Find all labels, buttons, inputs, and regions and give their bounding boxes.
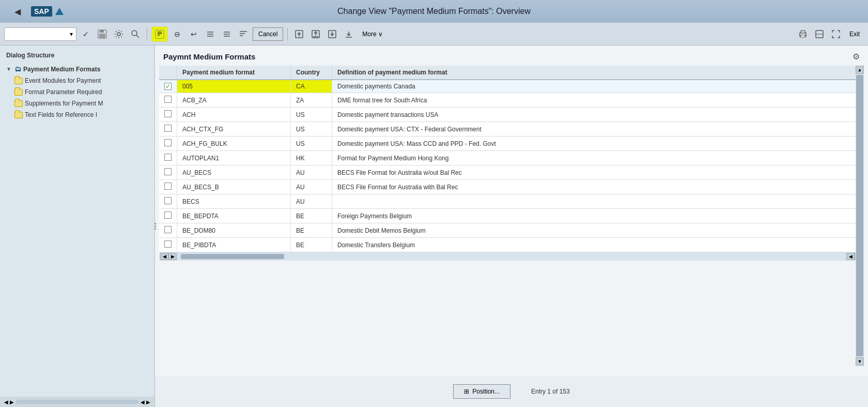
checkbox-unchecked[interactable]: [164, 139, 172, 146]
col-header-format[interactable]: Payment medium format: [177, 66, 291, 80]
row-checkbox-cell[interactable]: [159, 223, 177, 238]
row-checkbox-cell[interactable]: [159, 151, 177, 165]
checkbox-unchecked[interactable]: [164, 183, 172, 190]
more-button[interactable]: More ∨: [358, 27, 386, 41]
row-format: 005: [177, 80, 291, 93]
checkbox-unchecked[interactable]: [164, 197, 172, 204]
svg-rect-6: [156, 30, 164, 38]
sort-button[interactable]: [236, 27, 251, 41]
scrollbar-thumb[interactable]: [856, 75, 863, 356]
sidebar-scroll-left[interactable]: ◀ ▶: [4, 399, 14, 405]
checkbox-unchecked[interactable]: [164, 168, 172, 175]
print-button[interactable]: [796, 27, 810, 41]
sidebar-item-format-parameter[interactable]: Format Parameter Required: [0, 86, 154, 98]
horiz-scroll-far-left-btn[interactable]: ◀: [846, 253, 855, 260]
row-format: ACH: [177, 108, 291, 122]
position-icon: ⊞: [464, 388, 469, 395]
table-row[interactable]: AUTOPLAN1HKFormat for Payment Medium Hon…: [159, 151, 864, 165]
table-horizontal-scrollbar[interactable]: ◀ ▶ ◀ ▶: [159, 252, 864, 261]
table-row[interactable]: ACH_CTX_FGUSDomestic payment USA: CTX - …: [159, 122, 864, 137]
config-button[interactable]: [112, 27, 126, 41]
checkbox-unchecked[interactable]: [164, 154, 172, 161]
table-row[interactable]: BE_DOM80BEDomestic Debit Memos Belgium: [159, 223, 864, 238]
col-header-country[interactable]: Country: [291, 66, 332, 80]
checkbox-checked[interactable]: ✓: [164, 83, 172, 90]
checkbox-unchecked[interactable]: [164, 96, 172, 103]
checkbox-unchecked[interactable]: [164, 110, 172, 117]
cancel-button[interactable]: Cancel: [253, 27, 283, 41]
upload-box-button[interactable]: [308, 27, 323, 41]
row-checkbox-cell[interactable]: [159, 108, 177, 122]
horiz-scroll-left-btn[interactable]: ◀: [160, 253, 168, 260]
table-row[interactable]: BE_BEPDTABEForeign Payments Belgium: [159, 209, 864, 223]
back-button[interactable]: ◀: [10, 4, 25, 19]
sidebar-label-format-parameter: Format Parameter Required: [25, 88, 102, 96]
expand-button[interactable]: [829, 27, 843, 41]
data-table: Payment medium format Country Definition…: [159, 66, 864, 252]
checkbox-unchecked[interactable]: [164, 240, 172, 248]
row-checkbox-cell[interactable]: ✓: [159, 80, 177, 93]
table-row[interactable]: ACB_ZAZADME format tree for South Africa: [159, 93, 864, 108]
row-checkbox-cell[interactable]: [159, 194, 177, 209]
search-button[interactable]: [128, 27, 143, 41]
resize-button[interactable]: [812, 27, 827, 41]
download-button[interactable]: [342, 27, 356, 41]
row-checkbox-cell[interactable]: [159, 165, 177, 180]
position-button[interactable]: ⊞ Position...: [453, 384, 510, 399]
table-vertical-scrollbar[interactable]: ▲ ▼: [856, 66, 864, 366]
separator-2: [287, 28, 288, 40]
collapse-icon: ▼: [6, 66, 12, 72]
deselect-all-button[interactable]: [220, 27, 234, 41]
sidebar-item-text-fields[interactable]: Text Fields for Reference I: [0, 109, 154, 120]
row-checkbox-cell[interactable]: [159, 238, 177, 252]
save-button[interactable]: [95, 27, 110, 41]
table-row[interactable]: ACHUSDomestic payment transactions USA: [159, 108, 864, 122]
new-entries-button[interactable]: [151, 26, 168, 42]
table-row[interactable]: BECSAU: [159, 194, 864, 209]
title-bar: ◀ SAP Change View "Payment Medium Format…: [0, 0, 868, 23]
upload-button[interactable]: [292, 27, 306, 41]
select-all-icon: [206, 29, 215, 39]
horiz-scroll-right-btn[interactable]: ▶: [168, 253, 177, 260]
undo-button[interactable]: ↩: [187, 27, 201, 41]
row-checkbox-cell[interactable]: [159, 209, 177, 223]
settings-icon[interactable]: ⚙: [853, 52, 860, 62]
search-icon: [131, 29, 140, 39]
sap-logo-triangle: [55, 8, 64, 15]
sidebar-label-text-fields: Text Fields for Reference I: [25, 111, 97, 118]
scrollbar-up-button[interactable]: ▲: [856, 66, 864, 74]
row-definition: Format for Payment Medium Hong Kong: [332, 151, 864, 165]
sidebar-scroll-right[interactable]: ◀ ▶: [141, 399, 150, 405]
table-row[interactable]: BE_PIBDTABEDomestic Transfers Belgium: [159, 238, 864, 252]
row-checkbox-cell[interactable]: [159, 93, 177, 108]
row-checkbox-cell[interactable]: [159, 137, 177, 151]
col-header-definition[interactable]: Definition of payment medium format: [332, 66, 864, 80]
row-format: AU_BECS: [177, 165, 291, 180]
exit-button[interactable]: Exit: [845, 29, 864, 39]
sidebar-item-payment-medium-formats[interactable]: ▼ 🗂 Payment Medium Formats: [0, 63, 154, 75]
checkbox-unchecked[interactable]: [164, 226, 172, 233]
dropdown-selector[interactable]: ▾: [4, 27, 76, 41]
table-row[interactable]: AU_BECSAUBECS File Format for Australia …: [159, 165, 864, 180]
row-checkbox-cell[interactable]: [159, 122, 177, 137]
checkbox-unchecked[interactable]: [164, 212, 172, 219]
table-row[interactable]: AU_BECS_BAUBECS File Format for Australi…: [159, 180, 864, 194]
table-wrapper: Payment medium format Country Definition…: [159, 66, 864, 376]
deselect-all-icon: [222, 29, 231, 39]
download-box-button[interactable]: [325, 27, 339, 41]
content-footer: ⊞ Position... Entry 1 of 153: [155, 376, 868, 407]
scrollbar-down-button[interactable]: ▼: [856, 357, 864, 366]
horiz-scroll-thumb[interactable]: [181, 254, 284, 259]
table-row[interactable]: ACH_FG_BULKUSDomestic payment USA: Mass …: [159, 137, 864, 151]
sidebar-drag-handle[interactable]: [153, 219, 157, 234]
sidebar-item-supplements[interactable]: Supplements for Payment M: [0, 98, 154, 109]
sidebar-hscrollbar[interactable]: [16, 400, 138, 404]
sidebar-title: Dialog Structure: [0, 52, 154, 63]
row-checkbox-cell[interactable]: [159, 180, 177, 194]
sidebar-item-event-modules[interactable]: Event Modules for Payment: [0, 75, 154, 86]
table-row[interactable]: ✓005CADomestic payments Canada: [159, 80, 864, 93]
delete-button[interactable]: ⊖: [170, 27, 184, 41]
select-all-button[interactable]: [203, 27, 218, 41]
checkmark-button[interactable]: ✓: [79, 27, 93, 41]
checkbox-unchecked[interactable]: [164, 125, 172, 132]
